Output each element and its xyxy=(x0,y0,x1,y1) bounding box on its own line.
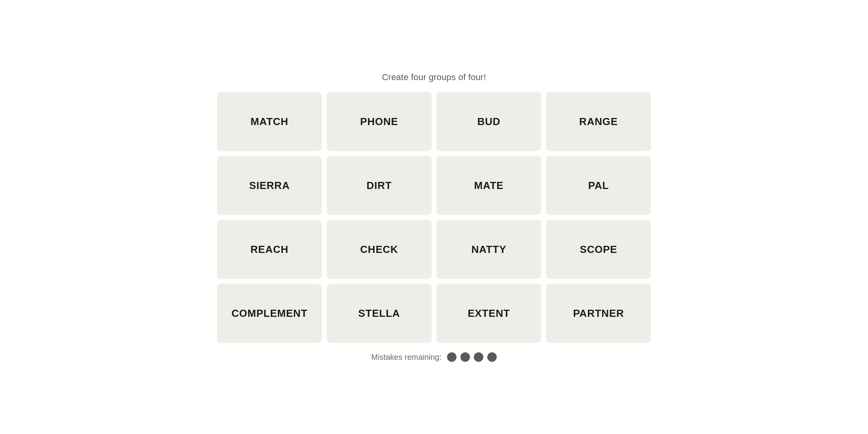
tile-label: MATE xyxy=(474,180,504,192)
tile-complement[interactable]: COMPLEMENT xyxy=(217,284,322,343)
subtitle: Create four groups of four! xyxy=(382,72,486,82)
tile-label: REACH xyxy=(251,243,288,256)
tile-label: STELLA xyxy=(358,307,400,320)
tile-dirt[interactable]: DIRT xyxy=(327,156,432,215)
tile-label: SCOPE xyxy=(580,243,617,256)
tile-match[interactable]: MATCH xyxy=(217,92,322,151)
tile-label: EXTENT xyxy=(468,307,510,320)
tile-label: PAL xyxy=(588,180,609,192)
tile-label: SIERRA xyxy=(249,180,290,192)
tile-label: COMPLEMENT xyxy=(232,307,308,320)
tile-label: CHECK xyxy=(360,243,398,256)
tile-label: RANGE xyxy=(579,116,618,128)
tile-grid: MATCHPHONEBUDRANGESIERRADIRTMATEPALREACH… xyxy=(217,92,651,343)
tile-label: NATTY xyxy=(471,243,507,256)
mistakes-label: Mistakes remaining: xyxy=(371,353,441,362)
tile-bud[interactable]: BUD xyxy=(436,92,541,151)
tile-label: PHONE xyxy=(360,116,398,128)
mistakes-row: Mistakes remaining: xyxy=(371,352,497,362)
tile-partner[interactable]: PARTNER xyxy=(546,284,651,343)
tile-scope[interactable]: SCOPE xyxy=(546,220,651,279)
tile-label: DIRT xyxy=(367,180,392,192)
mistake-dot-4 xyxy=(487,352,497,362)
mistakes-dots xyxy=(447,352,497,362)
mistake-dot-3 xyxy=(474,352,483,362)
tile-label: BUD xyxy=(477,116,501,128)
tile-natty[interactable]: NATTY xyxy=(436,220,541,279)
tile-reach[interactable]: REACH xyxy=(217,220,322,279)
tile-label: MATCH xyxy=(251,116,288,128)
game-container: Create four groups of four! MATCHPHONEBU… xyxy=(217,72,651,362)
tile-stella[interactable]: STELLA xyxy=(327,284,432,343)
tile-check[interactable]: CHECK xyxy=(327,220,432,279)
mistake-dot-2 xyxy=(460,352,470,362)
tile-pal[interactable]: PAL xyxy=(546,156,651,215)
tile-phone[interactable]: PHONE xyxy=(327,92,432,151)
tile-mate[interactable]: MATE xyxy=(436,156,541,215)
tile-label: PARTNER xyxy=(573,307,624,320)
tile-range[interactable]: RANGE xyxy=(546,92,651,151)
mistake-dot-1 xyxy=(447,352,456,362)
tile-sierra[interactable]: SIERRA xyxy=(217,156,322,215)
tile-extent[interactable]: EXTENT xyxy=(436,284,541,343)
